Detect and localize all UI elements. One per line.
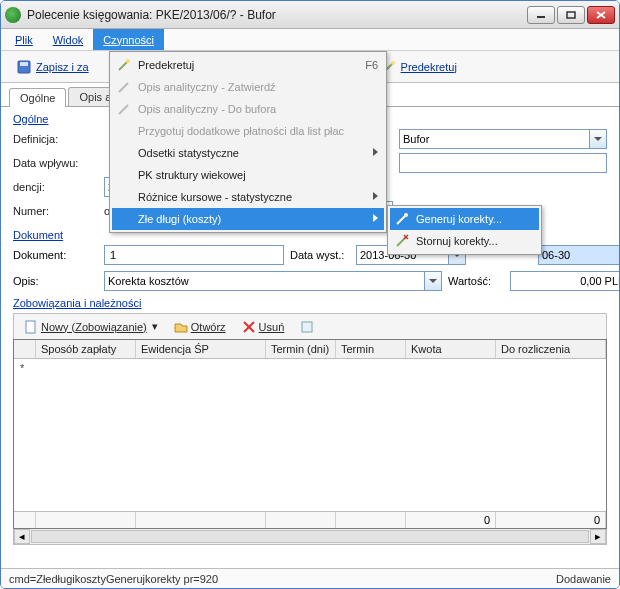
save-button[interactable]: Zapisz i za: [9, 56, 96, 78]
menu-przygotuj: Przygotuj dodatkowe płatności dla list p…: [112, 120, 384, 142]
svg-rect-11: [302, 322, 312, 332]
date3-field[interactable]: 06-30: [538, 245, 620, 265]
chevron-down-icon: [424, 272, 441, 290]
menu-zle-dlugi[interactable]: Złe długi (koszty): [112, 208, 384, 230]
menu-opis-bufor: Opis analityczny - Do bufora: [112, 98, 384, 120]
save-icon: [16, 59, 32, 75]
grid-body[interactable]: *: [14, 359, 606, 511]
menu-odsetki[interactable]: Odsetki statystyczne: [112, 142, 384, 164]
maximize-button[interactable]: [557, 6, 585, 24]
col-sposob[interactable]: Sposób zapłaty: [36, 340, 136, 358]
chevron-down-icon: ▾: [152, 320, 158, 333]
chevron-right-icon: [373, 192, 378, 200]
svg-rect-5: [20, 62, 28, 66]
svg-line-14: [119, 83, 128, 92]
opis-field[interactable]: Korekta kosztów: [104, 271, 442, 291]
wand-cancel-icon: [394, 233, 410, 249]
new-doc-icon: [24, 320, 38, 334]
menu-roznice[interactable]: Różnice kursowe - statystyczne: [112, 186, 384, 208]
horizontal-scrollbar[interactable]: ◂ ▸: [13, 529, 607, 545]
svg-rect-8: [26, 321, 35, 333]
grid-header: Sposób zapłaty Ewidencja ŚP Termin (dni)…: [14, 340, 606, 359]
chevron-right-icon: [373, 148, 378, 156]
wand-icon: [116, 57, 132, 73]
menu-opis-zatwierdz: Opis analityczny - Zatwierdź: [112, 76, 384, 98]
svg-point-13: [126, 59, 130, 63]
open-icon: [174, 320, 188, 334]
dokument-field[interactable]: [104, 245, 284, 265]
menu-czynnosci[interactable]: Czynności: [93, 29, 164, 50]
scroll-thumb[interactable]: [31, 530, 589, 543]
col-kwota[interactable]: Kwota: [406, 340, 496, 358]
footer-kwota: 0: [406, 512, 496, 528]
predekretuj-toolbar-button[interactable]: Predekretuj: [374, 56, 464, 78]
minimize-button[interactable]: [527, 6, 555, 24]
label-wartosc: Wartość:: [448, 275, 504, 287]
label-definicja: Definicja:: [13, 133, 98, 145]
chevron-down-icon: [589, 130, 606, 148]
wand-gray-icon: [116, 101, 132, 117]
svg-point-17: [404, 213, 408, 217]
stan-select[interactable]: Bufor: [399, 129, 607, 149]
app-icon: [5, 7, 21, 23]
wand-gray-icon: [116, 79, 132, 95]
scroll-left-icon[interactable]: ◂: [14, 529, 30, 544]
window-title: Polecenie księgowania: PKE/2013/06/? - B…: [27, 8, 527, 22]
submenu-stornuj[interactable]: Stornuj korekty...: [390, 230, 539, 252]
grid[interactable]: Sposób zapłaty Ewidencja ŚP Termin (dni)…: [13, 339, 607, 529]
new-row-indicator: *: [20, 362, 24, 374]
footer-rozliczenia: 0: [496, 512, 606, 528]
menu-pk-struktury[interactable]: PK struktury wiekowej: [112, 164, 384, 186]
delete-icon: [242, 320, 256, 334]
status-left: cmd=ZłedługikosztyGenerujkorekty pr=920: [9, 573, 218, 585]
statusbar: cmd=ZłedługikosztyGenerujkorekty pr=920 …: [1, 568, 619, 588]
zle-dlugi-submenu: Generuj korekty... Stornuj korekty...: [387, 205, 542, 255]
label-dencji: dencji:: [13, 181, 98, 193]
tab-ogolne[interactable]: Ogólne: [9, 88, 66, 107]
svg-point-7: [391, 61, 395, 65]
wand-icon: [394, 211, 410, 227]
col-rozliczenia[interactable]: Do rozliczenia: [496, 340, 606, 358]
col-termin-dni[interactable]: Termin (dni): [266, 340, 336, 358]
submenu-generuj[interactable]: Generuj korekty...: [390, 208, 539, 230]
status-right: Dodawanie: [556, 573, 611, 585]
section-zobowiazania: Zobowiązania i należności: [13, 297, 607, 309]
label-opis: Opis:: [13, 275, 98, 287]
svg-line-15: [119, 105, 128, 114]
wartosc-field[interactable]: 0,00 PLN: [510, 271, 620, 291]
menu-predekretuj[interactable]: Predekretuj F6: [112, 54, 384, 76]
label-data-wyst: Data wyst.:: [290, 249, 350, 261]
inner-toolbar: Nowy (Zobowiązanie) ▾ Otwórz Usuń: [13, 313, 607, 339]
otworz-button[interactable]: Otwórz: [168, 319, 232, 335]
label-numer: Numer:: [13, 205, 98, 217]
nowy-button[interactable]: Nowy (Zobowiązanie) ▾: [18, 319, 164, 335]
col-ewidencja[interactable]: Ewidencja ŚP: [136, 340, 266, 358]
menu-plik[interactable]: Plik: [5, 29, 43, 50]
extra-button[interactable]: [294, 319, 320, 335]
blank-field-1[interactable]: [399, 153, 607, 173]
usun-button[interactable]: Usuń: [236, 319, 291, 335]
svg-rect-1: [567, 12, 575, 18]
chevron-right-icon: [373, 214, 378, 222]
menu-widok[interactable]: Widok: [43, 29, 94, 50]
label-data-wplywu: Data wpływu:: [13, 157, 98, 169]
titlebar: Polecenie księgowania: PKE/2013/06/? - B…: [1, 1, 619, 29]
label-dokument: Dokument:: [13, 249, 98, 261]
sheet-icon: [300, 320, 314, 334]
grid-footer: 0 0: [14, 511, 606, 528]
close-button[interactable]: [587, 6, 615, 24]
scroll-right-icon[interactable]: ▸: [590, 529, 606, 544]
menubar: Plik Widok Czynności: [1, 29, 619, 51]
col-termin[interactable]: Termin: [336, 340, 406, 358]
czynnosci-menu: Predekretuj F6 Opis analityczny - Zatwie…: [109, 51, 387, 233]
